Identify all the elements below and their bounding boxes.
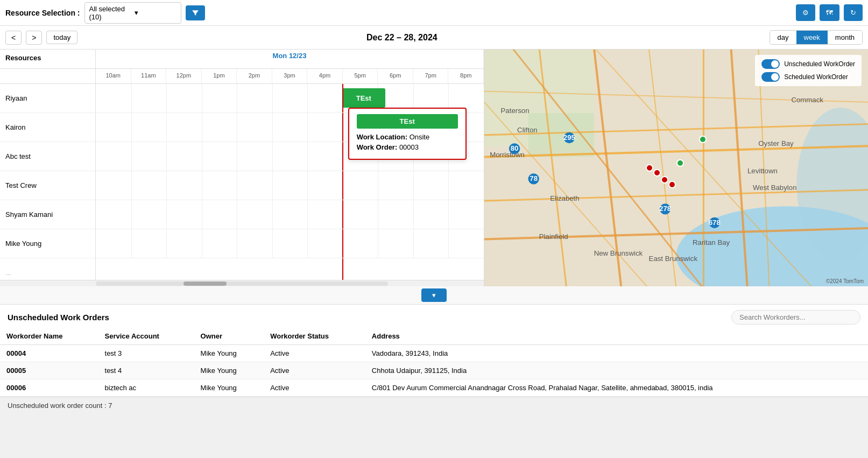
view-day-button[interactable]: day bbox=[770, 31, 796, 44]
map-icon: 🗺 bbox=[826, 9, 833, 17]
cell-service-account: test 4 bbox=[98, 362, 194, 379]
cell-service-account: test 3 bbox=[98, 345, 194, 362]
view-month-button[interactable]: month bbox=[828, 31, 862, 44]
map-pin-red-3[interactable] bbox=[661, 176, 668, 184]
resource-label: Resource Selection : bbox=[5, 9, 80, 17]
event-test-riyaan[interactable]: TEst bbox=[342, 88, 385, 108]
resource-name-mikeyoung: Mike Young bbox=[0, 229, 96, 258]
footer-count: Unscheduled work order count : 7 bbox=[0, 397, 868, 414]
map-pin-green-1[interactable] bbox=[699, 136, 707, 143]
resource-select-dropdown[interactable]: All selected (10) ▾ bbox=[84, 2, 181, 24]
table-row: 00004 test 3 Mike Young Active Vadodara,… bbox=[0, 345, 868, 362]
svg-text:Plainfield: Plainfield bbox=[539, 232, 568, 241]
search-workorders-input[interactable] bbox=[731, 310, 860, 325]
table-header-row: Workorder Name Service Account Owner Wor… bbox=[0, 328, 868, 345]
resource-name-extra: ... bbox=[0, 258, 96, 280]
resource-rows: Riyaan TEst bbox=[0, 84, 484, 280]
time-label-2pm: 2pm bbox=[237, 69, 272, 83]
scroll-thumb[interactable] bbox=[184, 281, 227, 286]
collapse-button-row: ▾ bbox=[0, 286, 868, 305]
resource-name-riyaan: Riyaan bbox=[0, 84, 96, 112]
resource-name-abctest: Abc test bbox=[0, 142, 96, 171]
resource-name-kairon: Kairon bbox=[0, 113, 96, 142]
cell-workorder-status: Active bbox=[264, 362, 365, 379]
map-copyright: ©2024 TomTom bbox=[826, 278, 864, 284]
col-header-workorder-name: Workorder Name bbox=[0, 328, 98, 345]
work-location-value: Onsite bbox=[410, 133, 430, 141]
map-pin-red-1[interactable] bbox=[646, 164, 653, 172]
settings-button[interactable]: ⚙ bbox=[796, 4, 815, 21]
table-row: Test Crew bbox=[0, 171, 484, 200]
horizontal-scrollbar[interactable] bbox=[0, 280, 484, 286]
day-column-header: Mon 12/23 bbox=[96, 50, 484, 68]
table-row: Shyam Kamani bbox=[0, 200, 484, 229]
unscheduled-toggle[interactable] bbox=[761, 59, 780, 69]
map-pin-red-4[interactable] bbox=[668, 181, 676, 188]
svg-rect-4 bbox=[528, 113, 594, 157]
time-label-11am: 11am bbox=[131, 69, 167, 83]
scheduled-toggle[interactable] bbox=[761, 72, 780, 82]
gear-icon: ⚙ bbox=[802, 9, 809, 17]
view-week-button[interactable]: week bbox=[796, 31, 828, 44]
work-location-label: Work Location: bbox=[357, 133, 407, 141]
time-label-7pm: 7pm bbox=[413, 69, 449, 83]
resource-name-testcrew: Test Crew bbox=[0, 171, 96, 200]
svg-text:Oyster Bay: Oyster Bay bbox=[758, 139, 794, 147]
col-header-owner: Owner bbox=[194, 328, 264, 345]
svg-text:East Brunswick: East Brunswick bbox=[649, 255, 698, 263]
time-label-12pm: 12pm bbox=[166, 69, 202, 83]
map-pin-red-2[interactable] bbox=[653, 169, 661, 177]
svg-text:Levittown: Levittown bbox=[747, 167, 778, 175]
refresh-button[interactable]: ↻ bbox=[844, 4, 863, 21]
cell-address: C/801 Dev Aurum Commercial Anandnagar Cr… bbox=[365, 379, 868, 397]
time-labels: 10am 11am 12pm 1pm 2pm 3pm 4pm 5pm 6pm 7… bbox=[96, 69, 484, 83]
svg-text:295: 295 bbox=[563, 133, 575, 142]
svg-text:Elizabeth: Elizabeth bbox=[550, 194, 579, 202]
svg-text:80: 80 bbox=[511, 144, 519, 152]
filter-button[interactable] bbox=[186, 5, 205, 20]
time-labels-row: 10am 11am 12pm 1pm 2pm 3pm 4pm 5pm 6pm 7… bbox=[0, 69, 484, 84]
cell-service-account: biztech ac bbox=[98, 379, 194, 397]
resource-select-value: All selected (10) bbox=[89, 5, 131, 21]
main-split: Resources Mon 12/23 10am 11am 12pm 1pm 2… bbox=[0, 50, 868, 286]
table-row: Mike Young bbox=[0, 229, 484, 258]
time-label-5pm: 5pm bbox=[343, 69, 378, 83]
chevron-down-icon: ▾ bbox=[135, 9, 177, 17]
day-header-row: Resources Mon 12/23 bbox=[0, 50, 484, 69]
shyam-timeline bbox=[96, 200, 484, 229]
extra-timeline bbox=[96, 258, 484, 280]
map-button[interactable]: 🗺 bbox=[820, 4, 839, 21]
resource-spacer bbox=[0, 69, 96, 83]
chevron-down-icon: ▾ bbox=[432, 291, 436, 299]
svg-text:Paterson: Paterson bbox=[501, 107, 530, 115]
table-row: 00005 test 4 Mike Young Active Chhota Ud… bbox=[0, 362, 868, 379]
event-label: TEst bbox=[356, 94, 371, 102]
collapse-button[interactable]: ▾ bbox=[421, 288, 447, 302]
event-popup[interactable]: TEst Work Location: Onsite Work Order: 0… bbox=[348, 108, 467, 160]
workorder-table: Workorder Name Service Account Owner Wor… bbox=[0, 328, 868, 397]
cell-workorder-status: Active bbox=[264, 379, 365, 397]
event-popup-work-location: Work Location: Onsite bbox=[357, 133, 458, 141]
testcrew-timeline bbox=[96, 171, 484, 200]
prev-button[interactable]: < bbox=[5, 31, 22, 45]
work-order-label: Work Order: bbox=[357, 143, 398, 151]
top-bar: Resource Selection : All selected (10) ▾… bbox=[0, 0, 868, 26]
filter-icon bbox=[191, 9, 200, 17]
cell-address: Vadodara, 391243, India bbox=[365, 345, 868, 362]
unscheduled-header: Unscheduled Work Orders bbox=[0, 305, 868, 328]
event-popup-title: TEst bbox=[357, 114, 458, 129]
kairon-timeline: TEst Work Location: Onsite Work Order: 0… bbox=[96, 113, 484, 142]
col-header-workorder-status: Workorder Status bbox=[264, 328, 365, 345]
svg-text:Clifton: Clifton bbox=[517, 126, 538, 134]
map-pin-green-2[interactable] bbox=[676, 159, 684, 167]
col-header-address: Address bbox=[365, 328, 868, 345]
table-row: ... bbox=[0, 258, 484, 280]
cell-owner: Mike Young bbox=[194, 379, 264, 397]
unscheduled-section: Unscheduled Work Orders Workorder Name S… bbox=[0, 305, 868, 414]
svg-text:Commack: Commack bbox=[791, 96, 823, 104]
cell-workorder-status: Active bbox=[264, 345, 365, 362]
table-row: 00006 biztech ac Mike Young Active C/801… bbox=[0, 379, 868, 397]
time-header: Mon 12/23 bbox=[96, 50, 484, 68]
work-order-value: 00003 bbox=[399, 143, 419, 151]
svg-text:678: 678 bbox=[709, 219, 721, 227]
